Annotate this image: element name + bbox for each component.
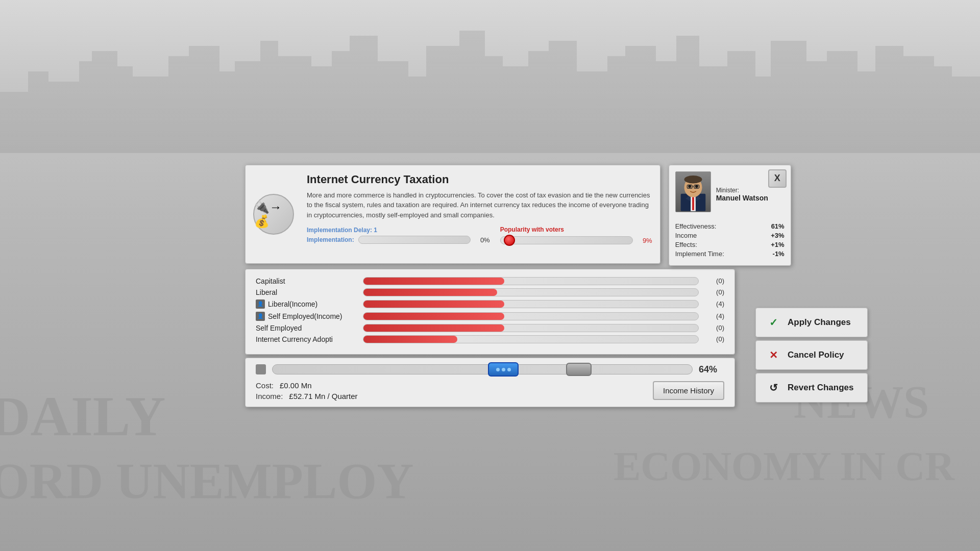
voter-group-icon: 👤: [256, 299, 265, 309]
minister-income-label: Income: [675, 232, 697, 239]
voter-row: Self Employed(0): [256, 324, 724, 332]
main-content: 🔌→💰 Internet Currency Taxation More and …: [0, 0, 980, 551]
voter-bar-container: [363, 312, 699, 320]
minister-label: Minister:: [716, 187, 768, 194]
voter-row: Liberal(0): [256, 288, 724, 296]
voter-bar-container: [363, 300, 699, 308]
voter-bar-container: [363, 335, 699, 343]
voter-bar-fill: [363, 300, 504, 308]
stat-implement-time: Implement Time: -1%: [675, 250, 785, 258]
action-buttons: ✓ Apply Changes ✕ Cancel Policy ↺ Revert…: [755, 308, 868, 403]
voter-label: Internet Currency Adopti: [256, 335, 358, 343]
voter-row: Capitalist(0): [256, 277, 724, 285]
income-row: Income: £52.71 Mn / Quarter: [256, 392, 358, 400]
cancel-label: Cancel Policy: [788, 350, 844, 360]
voter-row: 👤Self Employed(Income)(4): [256, 312, 724, 321]
minister-info: Minister: Manuel Watson: [716, 171, 768, 202]
voter-bar-fill: [363, 278, 504, 285]
apply-label: Apply Changes: [788, 317, 851, 328]
voter-name: Liberal: [256, 288, 277, 296]
voter-bar-container: [363, 277, 699, 285]
voter-panel: Capitalist(0)Liberal(0)👤Liberal(Income)(…: [245, 269, 735, 355]
effects-value: +1%: [771, 241, 784, 248]
svg-point-50: [695, 185, 698, 188]
close-button[interactable]: X: [768, 169, 787, 188]
policy-card: 🔌→💰 Internet Currency Taxation More and …: [245, 165, 660, 264]
impl-slider-row: Implementation: 0%: [307, 236, 490, 244]
voter-label: Liberal: [256, 288, 358, 296]
popularity-track[interactable]: [500, 236, 633, 244]
policy-title: Internet Currency Taxation: [307, 173, 652, 186]
thumb-dot-2: [502, 368, 505, 371]
revert-icon: ↺: [765, 380, 781, 396]
slider-thumb-gray[interactable]: [566, 363, 592, 376]
cost-income-left: Cost: £0.00 Mn Income: £52.71 Mn / Quart…: [256, 381, 358, 400]
voter-bar-fill: [363, 324, 504, 332]
ui-container: 🔌→💰 Internet Currency Taxation More and …: [245, 165, 735, 407]
income-label: Income:: [256, 392, 283, 400]
stat-effects: Effects: +1%: [675, 241, 785, 248]
implement-time-value: -1%: [773, 250, 785, 258]
voter-score: (0): [704, 324, 724, 332]
income-history-button[interactable]: Income History: [653, 381, 724, 400]
voter-name: Self Employed(Income): [268, 312, 342, 320]
minister-photo: [675, 171, 711, 212]
popularity-slider-row: 9%: [500, 236, 652, 244]
policy-sliders: Implementation Delay: 1 Implementation: …: [307, 226, 652, 244]
revert-label: Revert Changes: [788, 383, 853, 393]
voter-score: (0): [704, 277, 724, 285]
voter-bar-container: [363, 324, 699, 332]
voter-score: (4): [704, 312, 724, 320]
policy-icon: 🔌→💰: [253, 194, 294, 235]
top-row: 🔌→💰 Internet Currency Taxation More and …: [245, 165, 735, 266]
effectiveness-value: 61%: [771, 222, 785, 230]
svg-rect-44: [692, 195, 694, 210]
voter-bar-fill: [363, 313, 504, 320]
main-slider-track[interactable]: [272, 364, 693, 374]
voter-name: Capitalist: [256, 277, 285, 285]
policy-main: Internet Currency Taxation More and more…: [302, 165, 660, 263]
implementation-slider-group: Implementation Delay: 1 Implementation: …: [307, 227, 490, 244]
minister-income-value: +3%: [771, 232, 784, 239]
cost-row: Cost: £0.00 Mn: [256, 381, 358, 390]
popularity-dot: [504, 235, 515, 246]
implement-time-label: Implement Time:: [675, 250, 724, 258]
main-slider-row: 64%: [256, 364, 724, 375]
voter-group-icon: 👤: [256, 312, 265, 321]
thumb-dot-1: [496, 368, 500, 371]
effects-label: Effects:: [675, 241, 697, 248]
thumb-dot-3: [507, 368, 511, 371]
popularity-value: 9%: [637, 237, 652, 244]
popularity-label: Popularity with voters: [500, 226, 652, 233]
cost-label: Cost:: [256, 381, 274, 390]
slider-icon: [256, 364, 266, 374]
voter-score: (4): [704, 300, 724, 308]
minister-name: Manuel Watson: [716, 194, 768, 202]
voter-name: Self Employed: [256, 324, 302, 332]
cost-value: £0.00 Mn: [280, 381, 312, 390]
voter-label: 👤Self Employed(Income): [256, 312, 358, 321]
minister-card: X: [669, 165, 791, 266]
cost-income-row: Cost: £0.00 Mn Income: £52.71 Mn / Quart…: [256, 381, 724, 400]
svg-point-49: [688, 185, 691, 188]
apply-changes-button[interactable]: ✓ Apply Changes: [755, 308, 868, 337]
svg-point-48: [684, 175, 702, 183]
popularity-slider-group: Popularity with voters 9%: [500, 226, 652, 244]
minister-avatar: [676, 171, 710, 212]
voter-name: Internet Currency Adopti: [256, 335, 333, 343]
bottom-panel: 64% Cost: £0.00 Mn Income: £52.71 Mn / Q…: [245, 358, 735, 407]
voter-label: Self Employed: [256, 324, 358, 332]
voter-label: Capitalist: [256, 277, 358, 285]
minister-stats: Effectiveness: 61% Income +3% Effects: +…: [669, 218, 791, 265]
cancel-policy-button[interactable]: ✕ Cancel Policy: [755, 340, 868, 370]
voter-row: 👤Liberal(Income)(4): [256, 299, 724, 309]
voter-bar-fill: [363, 336, 457, 343]
impl-value: 0%: [475, 236, 490, 244]
voter-score: (0): [704, 335, 724, 343]
impl-label: Implementation:: [307, 236, 354, 243]
revert-changes-button[interactable]: ↺ Revert Changes: [755, 373, 868, 403]
impl-track[interactable]: [358, 236, 471, 244]
slider-thumb-blue[interactable]: [488, 362, 519, 377]
x-icon: ✕: [765, 347, 781, 363]
stat-income: Income +3%: [675, 232, 785, 239]
